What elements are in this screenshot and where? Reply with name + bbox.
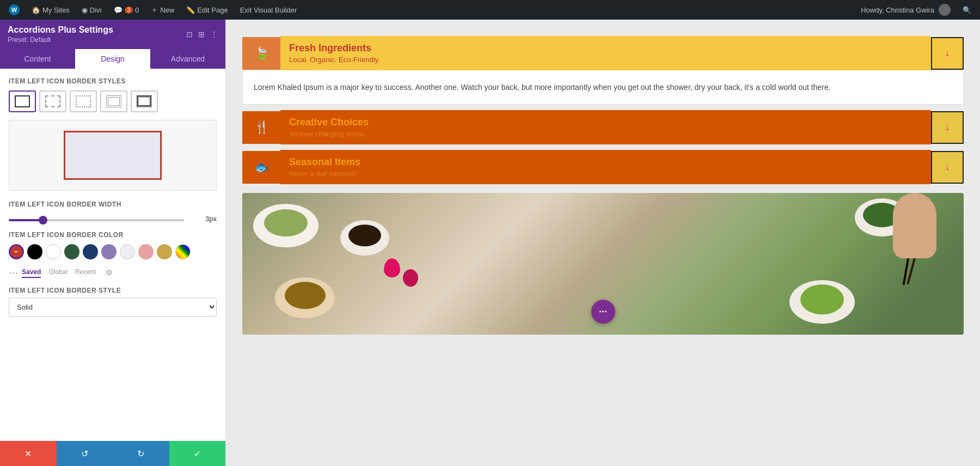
color-swatch-lightpurple[interactable] xyxy=(120,244,135,259)
save-preset-icon[interactable]: ⊡ xyxy=(186,30,193,39)
border-width-control: 3px xyxy=(9,214,217,223)
border-solid-btn[interactable] xyxy=(9,90,36,112)
border-style-select[interactable]: Solid Dashed Dotted Double None xyxy=(9,298,217,317)
plus-icon: ＋ xyxy=(151,5,158,15)
new-button[interactable]: ＋ New xyxy=(146,0,179,20)
panel-header: Accordions Plus Settings Preset: Default… xyxy=(0,20,225,49)
accordion-text-1: Fresh Ingredients Local. Organic. Eco-Fr… xyxy=(280,36,931,70)
main-layout: Accordions Plus Settings Preset: Default… xyxy=(0,20,980,466)
color-swatch-gold[interactable] xyxy=(157,244,172,259)
user-avatar xyxy=(939,4,951,16)
accordion-subtitle-3: Never a dull moment! xyxy=(289,170,922,178)
accordion-title-2: Creative Choices xyxy=(289,117,922,128)
accordion-header-2[interactable]: 🍴 Creative Choices An ever changing menu… xyxy=(242,110,964,144)
page-content: 🍃 Fresh Ingredients Local. Organic. Eco-… xyxy=(226,20,980,466)
accordion-toggle-2[interactable]: ↓ xyxy=(931,111,964,144)
divi-menu[interactable]: ◉ Divi xyxy=(77,0,106,20)
radish-1 xyxy=(384,258,400,277)
cancel-icon: ✕ xyxy=(24,449,32,459)
panel-footer: ✕ ↺ ↻ ✓ xyxy=(0,441,225,466)
border-preview xyxy=(9,120,217,191)
border-width-label: Item Left Icon Border Width xyxy=(9,201,217,208)
save-button[interactable]: ✓ xyxy=(169,441,226,466)
bowl-3 xyxy=(340,220,389,256)
user-menu[interactable]: Howdy, Christina Gwira xyxy=(856,0,955,20)
border-dotted-btn[interactable] xyxy=(70,90,97,112)
redo-icon: ↻ xyxy=(137,449,144,459)
accordion-item-3: 🐟 Seasonal Items Never a dull moment! ↓ xyxy=(242,150,964,184)
my-sites-icon: 🏠 xyxy=(32,6,40,14)
border-style-select-section: Item Left Icon Border Style Solid Dashed… xyxy=(9,287,217,317)
my-sites-label: My Sites xyxy=(42,6,70,14)
dashed-icon xyxy=(45,95,60,107)
color-tab-recent[interactable]: Recent xyxy=(75,268,96,278)
color-swatch-active[interactable]: ✏ xyxy=(9,244,24,259)
color-swatch-darkgreen[interactable] xyxy=(64,244,79,259)
accordion-header-3[interactable]: 🐟 Seasonal Items Never a dull moment! ↓ xyxy=(242,150,964,184)
solid-icon xyxy=(15,95,30,107)
accordion-header-1[interactable]: 🍃 Fresh Ingredients Local. Organic. Eco-… xyxy=(242,36,964,70)
food-image-section: ··· xyxy=(242,193,964,335)
color-swatch-darkblue[interactable] xyxy=(83,244,98,259)
accordion-item-2: 🍴 Creative Choices An ever changing menu… xyxy=(242,110,964,144)
exit-builder-button[interactable]: Exit Visual Builder xyxy=(236,0,302,20)
color-settings-icon[interactable]: ⚙ xyxy=(106,268,113,278)
color-tab-global[interactable]: Global xyxy=(48,268,68,278)
color-tab-saved[interactable]: Saved xyxy=(22,268,41,278)
comment-icon: 💬 xyxy=(114,6,122,14)
floating-action-button[interactable]: ··· xyxy=(591,300,615,324)
preview-box-inner xyxy=(64,131,162,180)
border-width-value: 3px xyxy=(189,215,217,223)
bowl-5 xyxy=(789,280,855,324)
accordion-text-2: Creative Choices An ever changing menu. xyxy=(280,110,931,144)
border-width-slider[interactable] xyxy=(9,219,184,221)
accordion-title-3: Seasonal Items xyxy=(289,156,922,168)
border-styles-label: Item Left Icon Border Styles xyxy=(9,77,217,85)
search-button[interactable]: 🔍 xyxy=(958,0,976,20)
border-style-select-label: Item Left Icon Border Style xyxy=(9,287,217,294)
border-groove-btn[interactable] xyxy=(131,90,158,112)
new-label: New xyxy=(160,6,174,14)
settings-panel: Accordions Plus Settings Preset: Default… xyxy=(0,20,226,466)
color-swatch-purple[interactable] xyxy=(101,244,117,259)
more-colors-dots[interactable]: ··· xyxy=(9,267,19,279)
accordion-toggle-1[interactable]: ↓ xyxy=(931,37,964,70)
edit-page-label: Edit Page xyxy=(197,6,228,14)
user-greeting: Howdy, Christina Gwira xyxy=(861,6,934,14)
border-double-btn[interactable] xyxy=(100,90,127,112)
my-sites-menu[interactable]: 🏠 My Sites xyxy=(27,0,74,20)
color-swatch-gradient[interactable] xyxy=(175,244,191,259)
accordion-item-1: 🍃 Fresh Ingredients Local. Organic. Eco-… xyxy=(242,36,964,105)
comments-menu[interactable]: 💬 3 0 xyxy=(109,0,144,20)
undo-button[interactable]: ↺ xyxy=(57,441,113,466)
divi-icon: ◉ xyxy=(82,6,88,14)
color-swatch-black[interactable] xyxy=(27,244,42,259)
tab-bar: Content Design Advanced xyxy=(0,49,225,69)
color-tabs: Saved Global Recent ⚙ xyxy=(22,268,113,278)
accordion-text-3: Seasonal Items Never a dull moment! xyxy=(280,150,931,184)
accordion-body-text-1: Lorem Khaled Ipsum is a major key to suc… xyxy=(254,81,952,93)
accordion-subtitle-2: An ever changing menu. xyxy=(289,130,922,138)
color-swatch-pink[interactable] xyxy=(138,244,154,259)
tab-content[interactable]: Content xyxy=(0,49,75,69)
border-color-label: Item Left Icon Border Color xyxy=(9,231,217,239)
panel-preset[interactable]: Preset: Default xyxy=(8,36,113,44)
dotted-icon xyxy=(76,95,91,107)
wp-logo[interactable]: W xyxy=(4,0,24,20)
checkmark-icon: ✓ xyxy=(194,449,201,459)
redo-button[interactable]: ↻ xyxy=(113,441,169,466)
grid-icon[interactable]: ⊞ xyxy=(198,30,205,39)
double-icon xyxy=(106,95,121,107)
border-dashed-btn[interactable] xyxy=(39,90,66,112)
accordion-icon-2: 🍴 xyxy=(242,111,280,144)
cancel-button[interactable]: ✕ xyxy=(0,441,57,466)
edit-page-button[interactable]: ✏️ Edit Page xyxy=(182,0,232,20)
more-options-icon[interactable]: ⋮ xyxy=(210,30,218,39)
tab-design[interactable]: Design xyxy=(75,49,150,69)
accordion-toggle-3[interactable]: ↓ xyxy=(931,151,964,184)
tab-advanced[interactable]: Advanced xyxy=(150,49,225,69)
slider-container xyxy=(9,214,184,223)
color-swatch-white[interactable] xyxy=(46,244,61,259)
accordion-title-1: Fresh Ingredients xyxy=(289,43,922,54)
groove-icon xyxy=(137,95,152,107)
